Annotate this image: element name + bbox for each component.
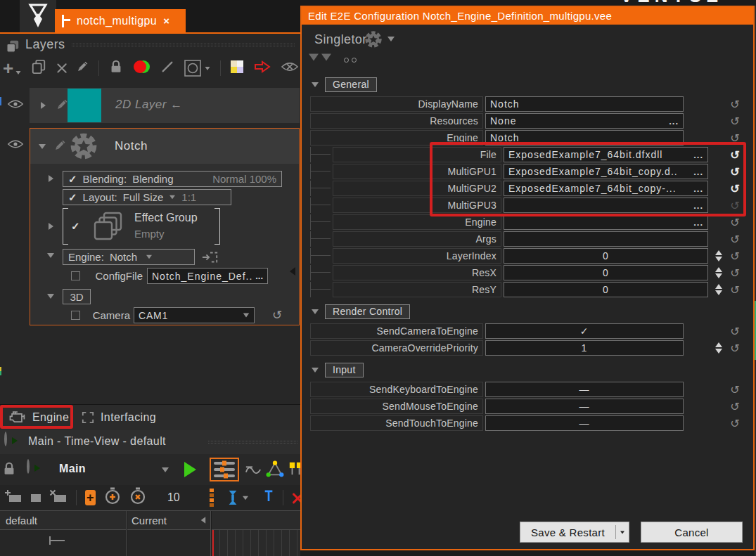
blending-checkbox[interactable]: ✓ (68, 173, 77, 186)
effect-group-expand-icon[interactable] (49, 223, 53, 230)
draw-mode-button[interactable] (160, 60, 174, 77)
spinner-control[interactable] (713, 340, 724, 356)
property-value[interactable]: — (490, 401, 679, 412)
engine-value[interactable]: Notch (110, 251, 137, 263)
tab-interfacing[interactable]: Interfacing (82, 407, 156, 428)
property-value[interactable]: 0 (508, 284, 703, 295)
property-field[interactable]: — (485, 382, 684, 397)
clip-start-marker[interactable] (49, 536, 66, 545)
browse-ellipsis-button[interactable]: ... (693, 183, 703, 194)
jump-to-layer-button[interactable] (253, 59, 271, 77)
keyframe-mode-button[interactable] (226, 489, 249, 507)
spinner-control[interactable] (713, 282, 724, 297)
keyframe-mode-dropdown-icon[interactable] (243, 496, 248, 500)
timeline-col-default[interactable]: default (0, 511, 127, 529)
scroll-up-chevron-icon[interactable] (321, 54, 331, 61)
reset-icon[interactable]: ↺ (728, 400, 742, 413)
camera-dropdown[interactable]: CAM1 (134, 307, 255, 323)
property-value[interactable]: Notch (490, 98, 679, 110)
effect-group-checkbox[interactable]: ✓ (71, 220, 80, 233)
scroll-up-chevron-icon[interactable] (309, 54, 319, 61)
layout-property[interactable]: ✓ Layout: Full Size 1:1 (63, 189, 231, 205)
browse-ellipsis-button[interactable]: ... (255, 271, 263, 281)
section-title[interactable]: General (325, 77, 377, 92)
browse-ellipsis-button[interactable]: ... (693, 200, 703, 211)
dialog-title-bar[interactable]: Edit E2E Configuration Notch_Engine_Defi… (302, 7, 753, 25)
property-value[interactable]: 1 (490, 342, 679, 354)
reset-icon[interactable]: ↺ (728, 148, 742, 162)
engine-link-icon[interactable] (202, 250, 219, 268)
collapse-layer-icon[interactable] (39, 144, 46, 149)
property-field[interactable]: 1 (485, 340, 684, 356)
property-field[interactable]: 0 (504, 265, 708, 280)
track-button[interactable] (31, 494, 41, 502)
property-field[interactable]: ExposedExample7_64bit.dfxdll... (504, 147, 708, 162)
add-layer-dropdown-icon[interactable] (16, 71, 21, 75)
reset-icon[interactable]: ↺ (272, 308, 282, 323)
camera-dropdown-icon[interactable] (243, 313, 250, 318)
save-options-dropdown[interactable] (616, 530, 629, 535)
blending-value[interactable]: Blending (132, 173, 173, 185)
property-value[interactable]: None (490, 115, 665, 127)
property-field[interactable]: Notch (485, 96, 684, 112)
tab-notch-multigpu[interactable]: notch_multigpu × (55, 9, 186, 32)
reset-icon[interactable]: ↺ (728, 383, 742, 396)
clear-keyframes-button[interactable] (291, 491, 300, 504)
layer-name[interactable]: 2D Layer ← (115, 98, 183, 112)
duplicate-layer-button[interactable] (31, 59, 46, 77)
reset-icon[interactable]: ↺ (728, 165, 742, 179)
add-layer-button[interactable]: + (3, 61, 22, 75)
type-dropdown-icon[interactable] (387, 37, 395, 41)
visibility-eye-icon[interactable] (7, 98, 24, 112)
play-button[interactable] (184, 462, 196, 477)
property-field[interactable]: ExposedExample7_64bit_copy.d..... (504, 164, 708, 179)
delete-layer-button[interactable] (56, 62, 66, 75)
property-field[interactable]: ✓ (485, 323, 684, 339)
add-keyframe-button[interactable]: + (85, 490, 96, 505)
curve-view-button[interactable] (245, 463, 262, 479)
track-name[interactable]: Main (59, 463, 86, 475)
add-track-button[interactable] (4, 489, 23, 506)
property-field[interactable]: ExposedExample7_64bit_copy-...... (504, 181, 708, 196)
layer-color-swatch[interactable] (68, 89, 101, 122)
lock-layer-button[interactable] (108, 59, 124, 77)
layer-row-2d[interactable]: 2D Layer ← (0, 88, 300, 123)
configfile-value[interactable]: Notch_Engine_Def... (152, 271, 252, 282)
timeline-col-current[interactable]: Current (127, 511, 211, 529)
rename-layer-button[interactable] (75, 60, 89, 77)
add-timer-button[interactable] (104, 487, 121, 508)
layout-checkbox[interactable]: ✓ (68, 191, 77, 204)
layer-name[interactable]: Notch (115, 139, 148, 153)
effect-group-value[interactable]: Empty (134, 228, 165, 240)
configfile-checkbox[interactable] (71, 271, 80, 280)
cancel-button[interactable]: Cancel (641, 522, 743, 543)
delete-track-button[interactable] (49, 489, 68, 506)
clip-bars-button[interactable] (288, 460, 300, 481)
reset-icon[interactable]: ↺ (728, 182, 742, 195)
section-collapse-icon[interactable] (312, 368, 319, 373)
effect-group[interactable]: ✓ Effect Group Empty (63, 208, 220, 245)
property-field[interactable]: Notch (485, 130, 684, 146)
section-title[interactable]: Input (325, 363, 364, 377)
browse-ellipsis-button[interactable]: ... (669, 116, 679, 127)
property-value[interactable]: — (490, 384, 679, 395)
property-value[interactable]: — (490, 418, 679, 429)
timeline-current-lane[interactable] (127, 529, 211, 556)
delete-timer-button[interactable] (129, 487, 146, 508)
reset-icon[interactable]: ↺ (728, 115, 742, 128)
live-state-icon[interactable] (133, 59, 151, 77)
reset-icon[interactable]: ↺ (728, 233, 742, 246)
timeline-ruler[interactable] (212, 511, 300, 529)
group-3d[interactable]: 3D (63, 289, 91, 304)
property-field[interactable]: 0 (504, 248, 708, 264)
track-dropdown-icon[interactable] (162, 467, 169, 472)
hide-layer-button[interactable] (281, 60, 299, 76)
playhead[interactable] (212, 530, 214, 556)
property-field[interactable] (504, 231, 708, 247)
duration-value[interactable]: 10 (167, 491, 180, 504)
blending-property[interactable]: ✓ Blending: Blending Normal 100% (63, 171, 282, 187)
engine-dropdown-icon[interactable] (146, 255, 152, 259)
property-value[interactable]: 0 (508, 250, 703, 261)
ventuz-logo[interactable] (20, 0, 56, 32)
timeview-play-icon[interactable] (4, 432, 7, 446)
